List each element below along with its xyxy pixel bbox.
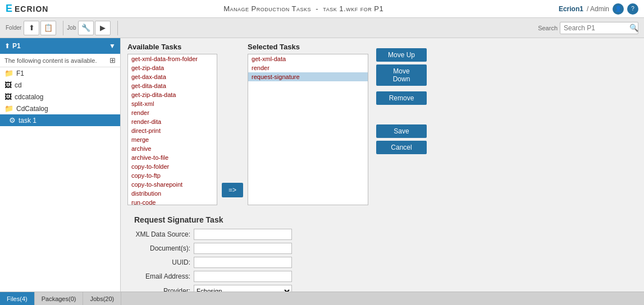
admin-label: / Admin (587, 5, 609, 13)
email-input[interactable] (194, 271, 292, 282)
list-item[interactable]: render (128, 108, 217, 117)
list-item[interactable]: get-zip-dita-data (128, 90, 217, 99)
job-label: Job (67, 25, 76, 31)
sidebar-item-task1[interactable]: ⚙ task 1 (0, 114, 120, 126)
sidebar-item-cd[interactable]: 🖼 cd (0, 79, 120, 91)
list-item[interactable]: merge (128, 135, 217, 144)
cancel-button[interactable]: Cancel (376, 141, 427, 154)
add-to-selected-button[interactable]: => (222, 183, 243, 197)
title-main: Manage Production Tasks (223, 4, 311, 13)
main-layout: ⬆ P1 ▼ The following content is availabl… (0, 38, 644, 292)
list-item[interactable]: request-signature (248, 72, 368, 81)
move-down-button[interactable]: Move Down (376, 64, 427, 86)
job-filter-btn[interactable]: 🔧 (78, 21, 94, 35)
request-sig-title: Request Signature Task (134, 215, 631, 224)
sidebar-dropdown-icon[interactable]: ▼ (109, 42, 116, 50)
sidebar-header: ⬆ P1 ▼ (0, 38, 120, 54)
selected-tasks-list[interactable]: get-xml-data render request-signature (248, 54, 368, 205)
folder-buttons: ⬆ 📋 (24, 21, 63, 35)
image-icon: 🖼 (4, 81, 12, 89)
uuid-row: UUID: (134, 257, 631, 268)
list-item[interactable]: copy-to-sharepoint (128, 180, 217, 189)
sidebar-item-cdcatalog2[interactable]: 📁 CdCatalog (0, 103, 120, 114)
provider-label: Provider: (134, 287, 190, 292)
search-label: Search (538, 25, 558, 31)
header-right: Ecrion1 / Admin 👤 ? (559, 3, 638, 15)
list-item[interactable]: run-code (128, 198, 217, 205)
folder-upload-btn[interactable]: ⬆ (24, 21, 39, 35)
sidebar-title: P1 (12, 42, 21, 50)
request-signature-panel: Request Signature Task XML Data Source: … (127, 211, 637, 292)
xml-data-source-label: XML Data Source: (134, 230, 190, 238)
folder-manage-btn[interactable]: 📋 (40, 21, 56, 35)
sidebar-item-label: task 1 (19, 117, 36, 124)
files-status[interactable]: Files(4) (0, 292, 35, 305)
sidebar-subtitle: The following content is available. (4, 57, 109, 64)
list-item[interactable]: render-dita (128, 117, 217, 126)
user-label: Ecrion1 (559, 5, 583, 13)
list-item[interactable]: get-zip-data (128, 63, 217, 72)
documents-label: Document(s): (134, 244, 190, 252)
list-item[interactable]: direct-print (128, 126, 217, 135)
status-bar: Files(4) Packages(0) Jobs(20) (0, 292, 644, 305)
list-item[interactable]: get-dita-data (128, 81, 217, 90)
logo-text: ECRION (15, 4, 48, 13)
uuid-input[interactable] (194, 257, 292, 268)
remove-button[interactable]: Remove (376, 91, 427, 105)
email-label: Email Address: (134, 272, 190, 280)
provider-row: Provider: Echosign DocuSign (134, 285, 631, 292)
search-bar: Search 🔍 (538, 22, 638, 34)
arrow-btn-container: => (222, 43, 243, 197)
folder-icon: 📁 (4, 69, 13, 77)
move-up-button[interactable]: Move Up (376, 48, 427, 62)
help-icon[interactable]: ? (627, 3, 638, 15)
xml-data-source-row: XML Data Source: (134, 229, 631, 240)
documents-row: Document(s): (134, 243, 631, 254)
job-buttons: 🔧 ▶ (78, 21, 118, 35)
available-tasks-title: Available Tasks (127, 43, 217, 51)
packages-status[interactable]: Packages(0) (35, 292, 84, 305)
provider-select[interactable]: Echosign DocuSign (194, 285, 292, 292)
selected-tasks-title: Selected Tasks (248, 43, 368, 51)
search-input[interactable] (560, 22, 638, 34)
documents-input[interactable] (194, 243, 292, 254)
profile-icon[interactable]: 👤 (613, 3, 624, 15)
logo-e-letter: E (6, 3, 12, 15)
sidebar-up-icon: ⬆ (4, 42, 10, 50)
sidebar-item-label: cdcatalog (15, 93, 43, 101)
sidebar-item-label: F1 (16, 70, 24, 77)
sidebar: ⬆ P1 ▼ The following content is availabl… (0, 38, 121, 292)
sidebar-item-f1[interactable]: 📁 F1 (0, 67, 120, 79)
xml-data-source-input[interactable] (194, 229, 292, 240)
list-item[interactable]: get-dax-data (128, 72, 217, 81)
list-item[interactable]: archive (128, 144, 217, 153)
list-item[interactable]: distribution (128, 189, 217, 198)
list-item[interactable]: copy-to-folder (128, 162, 217, 171)
tasks-row: Available Tasks get-xml-data-from-folder… (127, 43, 637, 205)
selected-tasks-panel: Selected Tasks get-xml-data render reque… (248, 43, 368, 205)
sidebar-item-cdcatalog[interactable]: 🖼 cdcatalog (0, 91, 120, 103)
grid-view-icon[interactable]: ⊞ (109, 56, 116, 64)
folder-icon: 📁 (4, 104, 13, 113)
list-item[interactable]: split-xml (128, 99, 217, 108)
email-row: Email Address: (134, 271, 631, 282)
available-tasks-panel: Available Tasks get-xml-data-from-folder… (127, 43, 217, 205)
available-tasks-list[interactable]: get-xml-data-from-folder get-zip-data ge… (127, 54, 217, 205)
list-item[interactable]: get-xml-data-from-folder (128, 54, 217, 63)
sidebar-header-left: ⬆ P1 (4, 42, 21, 50)
uuid-label: UUID: (134, 258, 190, 266)
search-icon[interactable]: 🔍 (629, 24, 638, 32)
header: E ECRION Manage Production Tasks - task … (0, 0, 644, 18)
jobs-status[interactable]: Jobs(20) (83, 292, 121, 305)
sidebar-item-label: CdCatalog (16, 105, 48, 113)
list-item[interactable]: copy-to-ftp (128, 171, 217, 180)
list-item[interactable]: render (248, 63, 368, 72)
sidebar-item-label: cd (15, 81, 22, 89)
list-item[interactable]: get-xml-data (248, 54, 368, 63)
job-run-btn[interactable]: ▶ (95, 21, 111, 35)
image-icon: 🖼 (4, 93, 12, 101)
list-item[interactable]: archive-to-file (128, 153, 217, 162)
title-sub: task 1.wkf for P1 (323, 4, 383, 13)
task-icon: ⚙ (9, 116, 16, 124)
save-button[interactable]: Save (376, 124, 427, 138)
